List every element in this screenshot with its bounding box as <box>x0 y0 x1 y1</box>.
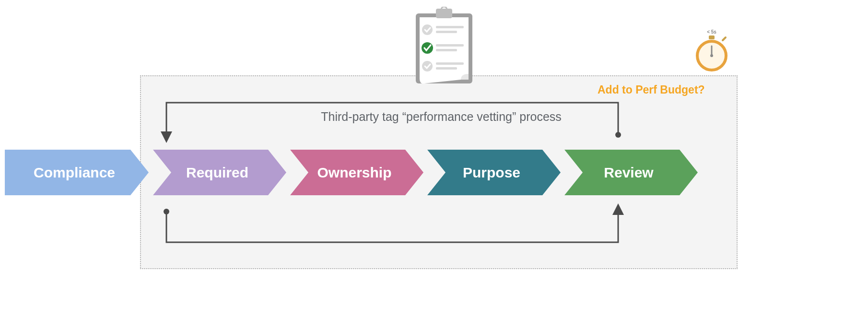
process-title: Third-party tag “performance vetting” pr… <box>269 110 614 124</box>
svg-rect-9 <box>436 44 464 47</box>
svg-rect-12 <box>436 62 464 65</box>
step-required: Required <box>153 150 286 195</box>
step-label: Review <box>604 165 658 181</box>
step-label: Purpose <box>463 165 525 181</box>
svg-rect-3 <box>436 9 452 18</box>
step-ownership: Ownership <box>290 150 423 195</box>
svg-point-11 <box>422 61 433 71</box>
stopwatch-label: < 5s <box>707 29 716 35</box>
svg-point-5 <box>422 24 433 35</box>
stopwatch-icon: < 5s <box>693 29 730 72</box>
step-label: Compliance <box>34 165 120 181</box>
diagram-canvas: Third-party tag “performance vetting” pr… <box>0 0 868 331</box>
svg-rect-6 <box>436 26 464 28</box>
step-compliance: Compliance <box>5 150 149 195</box>
svg-rect-10 <box>436 49 457 51</box>
svg-rect-14 <box>709 35 715 39</box>
svg-rect-7 <box>436 31 457 33</box>
checklist-clipboard-icon <box>413 7 475 88</box>
step-purpose: Purpose <box>427 150 561 195</box>
step-label: Required <box>186 165 253 181</box>
perf-budget-callout: Add to Perf Budget? <box>598 83 705 96</box>
svg-rect-13 <box>436 67 457 70</box>
svg-line-15 <box>723 37 726 40</box>
svg-point-8 <box>422 42 433 54</box>
step-label: Ownership <box>317 165 396 181</box>
step-review: Review <box>564 150 698 195</box>
